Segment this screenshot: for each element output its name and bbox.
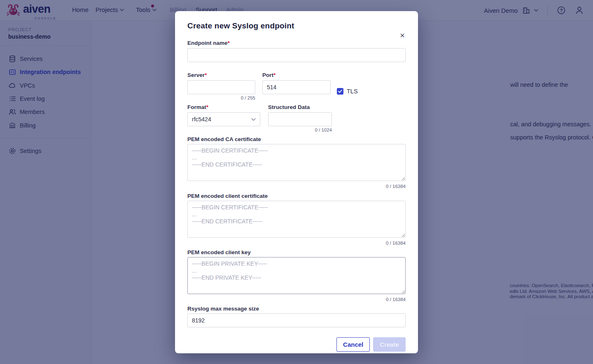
- format-label: Format*: [187, 104, 260, 110]
- server-char-counter: 0 / 255: [187, 95, 255, 101]
- structured-data-label: Structured Data: [268, 104, 332, 110]
- app-window: aiven CONSOLE Home Projects Tools Billin…: [0, 0, 593, 364]
- max-message-size-input[interactable]: [187, 313, 406, 327]
- max-message-size-label: Rsyslog max message size: [187, 306, 406, 312]
- structured-data-char-counter: 0 / 1024: [268, 128, 332, 133]
- ca-cert-char-counter: 0 / 16384: [187, 184, 406, 189]
- tls-checkbox[interactable]: [337, 88, 343, 95]
- cancel-button[interactable]: Cancel: [336, 337, 370, 352]
- client-key-textarea[interactable]: [187, 257, 406, 294]
- close-icon[interactable]: ×: [397, 31, 407, 40]
- endpoint-name-input[interactable]: [187, 48, 406, 62]
- server-label: Server*: [187, 72, 255, 78]
- port-input[interactable]: [262, 80, 331, 94]
- endpoint-name-label: Endpoint name*: [187, 40, 406, 46]
- client-cert-label: PEM encoded client certificate: [187, 193, 406, 199]
- client-cert-textarea[interactable]: [187, 201, 406, 238]
- server-input[interactable]: [187, 80, 255, 94]
- create-button[interactable]: Create: [373, 337, 406, 352]
- check-icon: [338, 90, 342, 93]
- tls-label: TLS: [347, 88, 358, 95]
- modal-title: Create new Syslog endpoint: [187, 21, 406, 31]
- create-syslog-endpoint-modal: Create new Syslog endpoint × Endpoint na…: [175, 11, 418, 353]
- chevron-down-icon: [251, 118, 256, 121]
- ca-cert-textarea[interactable]: [187, 144, 406, 181]
- structured-data-input[interactable]: [268, 112, 332, 126]
- client-key-char-counter: 0 / 16384: [187, 297, 406, 302]
- port-label: Port*: [262, 72, 331, 78]
- format-select[interactable]: rfc5424: [187, 112, 260, 126]
- client-cert-char-counter: 0 / 16384: [187, 241, 406, 246]
- ca-cert-label: PEM encoded CA certificate: [187, 136, 406, 142]
- client-key-label: PEM encoded client key: [187, 249, 406, 255]
